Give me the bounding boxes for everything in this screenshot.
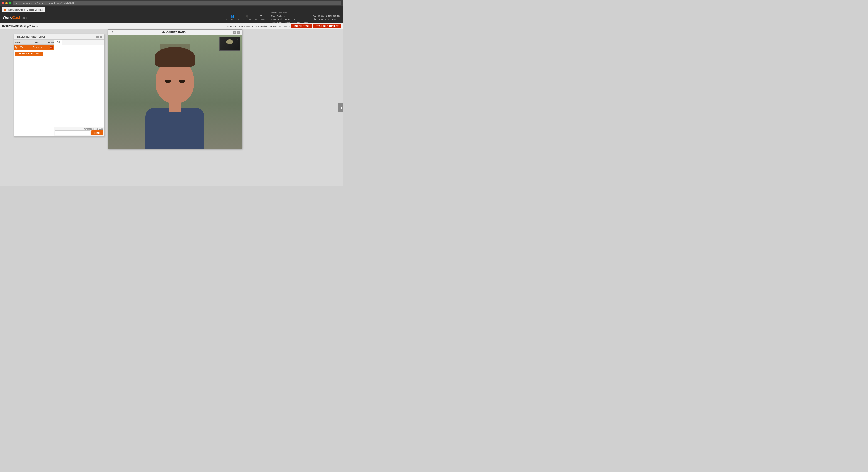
attendees-label: ATTENDEES bbox=[226, 19, 239, 21]
nav-item-learn[interactable]: 🎓 LEARN bbox=[244, 14, 251, 21]
event-label: EVENT NAME: bbox=[2, 25, 20, 28]
chat-panel-titlebar: PRESENTER ONLY CHAT - × bbox=[14, 34, 104, 40]
thumb-lamp bbox=[226, 39, 233, 44]
fullscreen-icon[interactable]: ⛶ bbox=[110, 31, 113, 34]
top-nav: WorkCast Studio 👥 ATTENDEES 🎓 LEARN ⚙ SE… bbox=[0, 12, 343, 23]
chat-icon[interactable] bbox=[50, 46, 53, 49]
chat-close-button[interactable]: × bbox=[100, 36, 102, 38]
connections-title: MY CONNECTIONS bbox=[162, 31, 186, 34]
people-icon: 👥 bbox=[230, 14, 235, 18]
event-right: MON MAY 23 2022 00:00:00 GMT-0700 (PACIF… bbox=[227, 24, 341, 28]
side-arrow-button[interactable] bbox=[338, 103, 343, 112]
col-name-header: NAME bbox=[14, 40, 32, 44]
users-pane: NAME ROLE CHAT Tyler Webb Producer CREAT… bbox=[14, 40, 54, 136]
panel-controls: - × bbox=[96, 36, 102, 38]
connections-close-button[interactable]: × bbox=[237, 31, 240, 34]
nav-item-settings[interactable]: ⚙ SETTINGS bbox=[255, 14, 267, 21]
chat-tab-all[interactable]: All bbox=[54, 40, 62, 45]
event-bar: EVENT NAME: Writing Tutorial MON MAY 23 … bbox=[0, 23, 343, 30]
create-group-area: CREATE GROUP CHAT bbox=[14, 50, 54, 57]
logo-studio: Studio bbox=[21, 16, 29, 20]
person-right-eye bbox=[179, 80, 185, 83]
connections-panel: ⛶ MY CONNECTIONS – × bbox=[108, 30, 242, 149]
dial-info: Dial UK: +44 (0) 1295 235 123 Dial US: +… bbox=[313, 14, 340, 21]
chat-input-row: SEND bbox=[55, 131, 103, 135]
minimize-btn[interactable] bbox=[5, 2, 8, 4]
person-figure bbox=[138, 44, 211, 148]
thumb-inner: ⋮ ☆ me bbox=[220, 37, 240, 50]
chat-input-area: Characters left: 1000 SEND bbox=[54, 127, 104, 136]
event-time: MON MAY 23 2022 00:00:00 GMT-0700 (PACIF… bbox=[227, 25, 289, 28]
learn-label: LEARN bbox=[244, 19, 251, 21]
user-name: Name: Tyler Webb bbox=[271, 11, 308, 14]
force-stop-button[interactable]: FORCE STOP bbox=[291, 24, 312, 28]
session-id: Event Session ID: 143218 bbox=[271, 18, 308, 21]
chars-left: Characters left: 1000 bbox=[55, 128, 103, 130]
user-info: Name: Tyler Webb Role: Producer Event Se… bbox=[271, 11, 308, 24]
thumb-dots-icon: ⋮ bbox=[220, 38, 223, 41]
users-list-empty bbox=[14, 57, 54, 136]
users-header: NAME ROLE CHAT bbox=[14, 40, 54, 45]
person-body bbox=[145, 108, 205, 148]
person-left-eye bbox=[165, 80, 171, 83]
chat-input[interactable] bbox=[55, 131, 90, 135]
main-content: PRESENTER ONLY CHAT - × NAME ROLE CHAT T… bbox=[0, 30, 343, 186]
dial-uk: Dial UK: +44 (0) 1295 235 123 bbox=[313, 14, 340, 18]
chat-minimize-button[interactable]: - bbox=[96, 36, 99, 38]
event-name-label: EVENT NAME: Writing Tutorial bbox=[2, 25, 38, 28]
thumbnail-label: me bbox=[236, 48, 239, 50]
connections-minimize-button[interactable]: – bbox=[234, 31, 236, 34]
thumb-star-icon: ☆ bbox=[237, 38, 239, 41]
settings-label: SETTINGS bbox=[255, 19, 267, 21]
chat-tabs: All bbox=[54, 40, 104, 45]
logo-cast: Cast bbox=[12, 16, 20, 20]
gear-icon: ⚙ bbox=[259, 14, 262, 18]
browser-chrome: present.workcast.com/PresenterConsole.as… bbox=[0, 0, 343, 6]
tab-favicon bbox=[4, 9, 6, 11]
event-name-value: Writing Tutorial bbox=[20, 25, 38, 28]
app: WorkCast Studio 👥 ATTENDEES 🎓 LEARN ⚙ SE… bbox=[0, 12, 343, 186]
send-button[interactable]: SEND bbox=[91, 131, 103, 135]
user-role-cell: Producer bbox=[32, 45, 49, 50]
address-bar[interactable]: present.workcast.com/PresenterConsole.as… bbox=[13, 1, 341, 5]
url-text: present.workcast.com/PresenterConsole.as… bbox=[15, 2, 74, 4]
nav-item-attendees[interactable]: 👥 ATTENDEES bbox=[226, 14, 239, 21]
video-main: ⋮ ☆ me bbox=[108, 35, 242, 148]
dial-us: Dial US: +1 610 600 6321 bbox=[313, 18, 340, 21]
create-group-chat-button[interactable]: CREATE GROUP CHAT bbox=[15, 52, 43, 56]
person-hair bbox=[155, 47, 195, 67]
connections-titlebar: ⛶ MY CONNECTIONS – × bbox=[108, 30, 242, 35]
col-role-header: ROLE bbox=[32, 40, 48, 44]
col-chat-header: CHAT bbox=[48, 40, 54, 44]
tab-title: WorkCast Studio - Google Chrome bbox=[8, 9, 43, 11]
user-role: Role: Producer bbox=[271, 14, 308, 18]
maximize-btn[interactable] bbox=[9, 2, 11, 4]
chat-messages[interactable] bbox=[54, 45, 104, 127]
browser-window-controls bbox=[2, 2, 11, 4]
chat-panel: PRESENTER ONLY CHAT - × NAME ROLE CHAT T… bbox=[13, 34, 104, 137]
stop-broadcast-button[interactable]: STOP BROADCAST bbox=[313, 24, 341, 28]
user-chat-cell bbox=[48, 45, 54, 50]
connections-controls: – × bbox=[234, 31, 240, 34]
logo-work: Work bbox=[3, 16, 12, 20]
user-name-cell: Tyler Webb bbox=[14, 45, 32, 50]
browser-tab[interactable]: WorkCast Studio - Google Chrome bbox=[2, 7, 45, 12]
chat-area: All Characters left: 1000 SEND bbox=[54, 40, 104, 136]
chat-body: NAME ROLE CHAT Tyler Webb Producer CREAT… bbox=[14, 40, 104, 136]
nav-right: 👥 ATTENDEES 🎓 LEARN ⚙ SETTINGS Name: Tyl… bbox=[226, 11, 340, 24]
logo: WorkCast Studio bbox=[3, 16, 29, 20]
user-row[interactable]: Tyler Webb Producer bbox=[14, 45, 54, 50]
video-thumbnail[interactable]: ⋮ ☆ me bbox=[219, 37, 240, 50]
chat-panel-title: PRESENTER ONLY CHAT bbox=[16, 36, 45, 38]
close-btn[interactable] bbox=[2, 2, 4, 4]
learn-icon: 🎓 bbox=[245, 14, 249, 18]
